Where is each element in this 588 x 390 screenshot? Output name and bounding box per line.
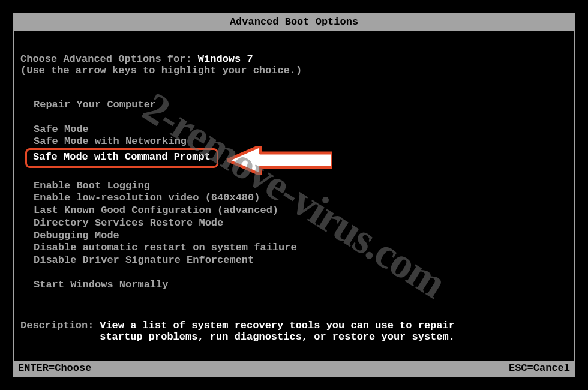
os-name: Windows 7 [198, 53, 253, 65]
description-block: Description: View a list of system recov… [20, 320, 568, 343]
menu-item-disable-driver-sig[interactable]: Disable Driver Signature Enforcement [31, 254, 568, 267]
content-area: Choose Advanced Options for: Windows 7 (… [14, 31, 574, 343]
menu-item-lowres-video[interactable]: Enable low-resolution video (640x480) [31, 192, 568, 205]
menu-item-boot-logging[interactable]: Enable Boot Logging [31, 180, 568, 193]
footer-bar: ENTER=Choose ESC=Cancel [14, 361, 574, 376]
menu-item-disable-auto-restart[interactable]: Disable automatic restart on system fail… [31, 242, 568, 254]
menu-item-debugging-mode[interactable]: Debugging Mode [31, 230, 568, 242]
menu-item-directory-services-restore[interactable]: Directory Services Restore Mode [31, 217, 568, 230]
hint-line: (Use the arrow keys to highlight your ch… [20, 65, 568, 76]
prompt-line: Choose Advanced Options for: Windows 7 [20, 53, 568, 65]
page-title: Advanced Boot Options [230, 16, 358, 28]
footer-esc-hint: ESC=Cancel [509, 362, 570, 374]
menu-gap [31, 168, 568, 180]
description-label: Description: [20, 320, 94, 331]
footer-enter-hint: ENTER=Choose [18, 362, 91, 374]
menu-item-repair[interactable]: Repair Your Computer [31, 99, 568, 112]
boot-options-screen: Advanced Boot Options Choose Advanced Op… [13, 13, 575, 377]
title-bar: Advanced Boot Options [14, 14, 574, 31]
boot-menu[interactable]: Repair Your Computer Safe Mode Safe Mode… [20, 99, 568, 291]
prompt-prefix: Choose Advanced Options for: [20, 53, 198, 65]
description-text: View a list of system recovery tools you… [100, 320, 460, 343]
menu-item-safe-mode[interactable]: Safe Mode [31, 124, 568, 136]
menu-item-last-known-good[interactable]: Last Known Good Configuration (advanced) [31, 205, 568, 217]
menu-item-start-normally[interactable]: Start Windows Normally [31, 279, 568, 292]
menu-gap [31, 112, 568, 124]
menu-item-safe-mode-networking[interactable]: Safe Mode with Networking [31, 136, 568, 148]
menu-item-safe-mode-command-prompt[interactable]: Safe Mode with Command Prompt [31, 148, 568, 168]
menu-gap [31, 267, 568, 279]
